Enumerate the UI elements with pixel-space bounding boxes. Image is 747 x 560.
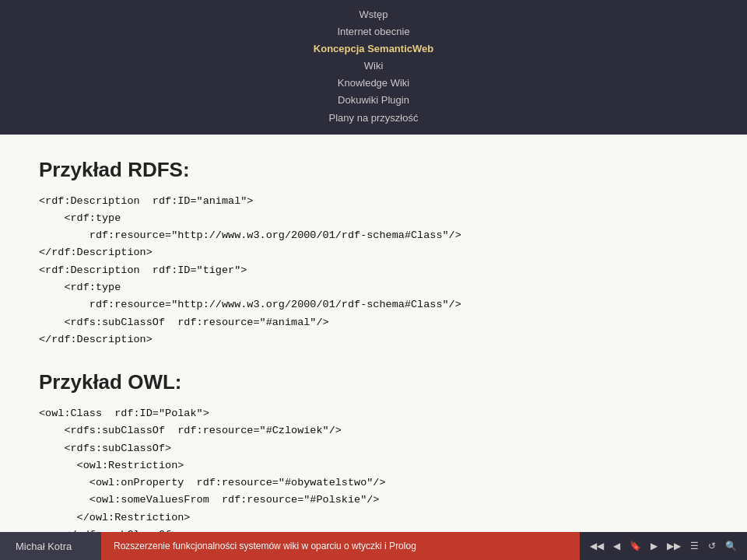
author-name: Michał Kotra — [0, 532, 101, 560]
nav-item-wstep[interactable]: Wstęp — [0, 6, 747, 23]
nav-first-button[interactable]: ◀◀ — [587, 539, 606, 553]
nav-last-button[interactable]: ▶▶ — [665, 539, 683, 553]
section2-title: Przykład OWL: — [39, 370, 708, 394]
nav-menu-button[interactable]: ☰ — [688, 539, 701, 553]
nav-bookmark-button[interactable]: 🔖 — [627, 539, 644, 553]
presentation-title: Rozszerzenie funkcjonalności systemów wi… — [101, 532, 580, 560]
bottom-bar: Michał Kotra Rozszerzenie funkcjonalnośc… — [0, 532, 747, 560]
nav-item-wiki[interactable]: Wiki — [0, 58, 747, 75]
navigation-controls[interactable]: ◀◀ ◀ 🔖 ▶ ▶▶ ☰ ↺ 🔍 — [580, 532, 747, 560]
nav-item-plany[interactable]: Plany na przyszłość — [0, 110, 747, 127]
nav-item-dokuwiki[interactable]: Dokuwiki Plugin — [0, 92, 747, 109]
nav-search-button[interactable]: 🔍 — [723, 539, 739, 553]
nav-item-knowledge[interactable]: Knowledge Wiki — [0, 75, 747, 92]
nav-next-button[interactable]: ▶ — [648, 539, 660, 553]
nav-prev-button[interactable]: ◀ — [611, 539, 622, 553]
main-content: Przykład RDFS: <rdf:Description rdf:ID="… — [0, 135, 747, 532]
section1-code: <rdf:Description rdf:ID="animal"> <rdf:t… — [39, 193, 708, 348]
nav-item-internet[interactable]: Internet obecnie — [0, 23, 747, 40]
top-navigation: Wstęp Internet obecnie Koncepcja Semanti… — [0, 0, 747, 135]
nav-refresh-button[interactable]: ↺ — [706, 539, 718, 553]
nav-item-koncepcja[interactable]: Koncepcja SemanticWeb — [0, 40, 747, 58]
section2-code: <owl:Class rdf:ID="Polak"> <rdfs:subClas… — [39, 405, 708, 532]
section1-title: Przykład RDFS: — [39, 158, 708, 182]
